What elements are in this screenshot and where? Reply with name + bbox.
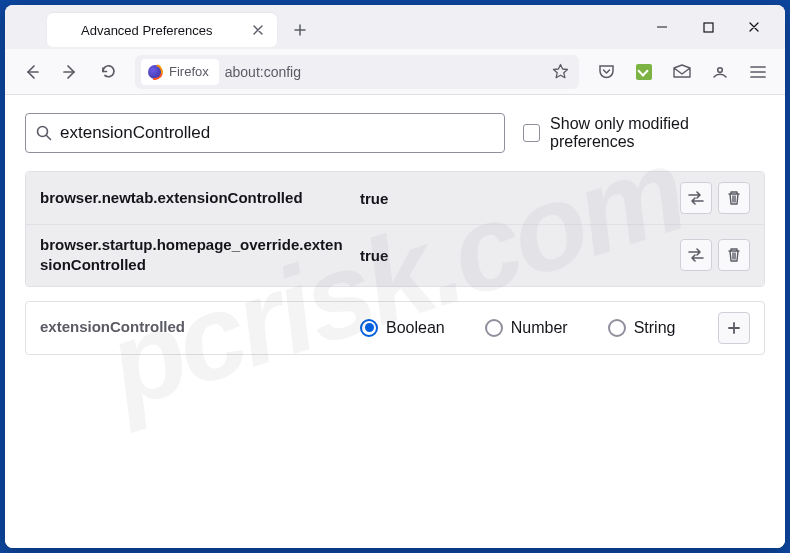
type-number-radio[interactable]: Number <box>485 319 568 337</box>
pref-name: browser.newtab.extensionControlled <box>40 188 350 208</box>
show-modified-checkbox[interactable]: Show only modified preferences <box>523 115 765 151</box>
back-button[interactable] <box>15 55 49 89</box>
toggle-button[interactable] <box>680 239 712 271</box>
inbox-icon[interactable] <box>665 55 699 89</box>
close-window-button[interactable] <box>731 5 777 49</box>
window-controls <box>639 5 777 49</box>
radio-label: Number <box>511 319 568 337</box>
tab-title: Advanced Preferences <box>81 23 241 38</box>
search-icon <box>36 125 52 141</box>
new-tab-button[interactable] <box>285 15 315 45</box>
type-boolean-radio[interactable]: Boolean <box>360 319 445 337</box>
type-radio-group: Boolean Number String <box>360 319 708 337</box>
url-text: about:config <box>225 64 541 80</box>
firefox-icon <box>147 64 163 80</box>
svg-rect-0 <box>704 23 713 32</box>
new-pref-row: extensionControlled Boolean Number Strin… <box>26 302 764 354</box>
pref-results: browser.newtab.extensionControlled true … <box>25 171 765 287</box>
checkbox-icon <box>523 124 540 142</box>
pocket-button[interactable] <box>589 55 623 89</box>
extension-icon[interactable] <box>627 55 661 89</box>
forward-button[interactable] <box>53 55 87 89</box>
pref-search-box[interactable] <box>25 113 505 153</box>
type-string-radio[interactable]: String <box>608 319 676 337</box>
add-button[interactable] <box>718 312 750 344</box>
radio-label: Boolean <box>386 319 445 337</box>
about-config-content: Show only modified preferences browser.n… <box>5 95 785 548</box>
titlebar: Advanced Preferences <box>5 5 785 49</box>
reload-button[interactable] <box>91 55 125 89</box>
pref-value: true <box>360 190 670 207</box>
app-menu-button[interactable] <box>741 55 775 89</box>
pref-row[interactable]: browser.startup.homepage_override.extens… <box>26 225 764 286</box>
radio-icon <box>608 319 626 337</box>
new-pref-name: extensionControlled <box>40 317 350 337</box>
identity-box[interactable]: Firefox <box>141 59 219 85</box>
delete-button[interactable] <box>718 182 750 214</box>
toggle-button[interactable] <box>680 182 712 214</box>
close-tab-button[interactable] <box>249 21 267 39</box>
checkbox-label: Show only modified preferences <box>550 115 765 151</box>
radio-icon <box>360 319 378 337</box>
pref-search-input[interactable] <box>60 123 494 143</box>
pref-value: true <box>360 247 670 264</box>
account-icon[interactable] <box>703 55 737 89</box>
minimize-button[interactable] <box>639 5 685 49</box>
url-bar[interactable]: Firefox about:config <box>135 55 579 89</box>
maximize-button[interactable] <box>685 5 731 49</box>
pref-row[interactable]: browser.newtab.extensionControlled true <box>26 172 764 225</box>
radio-icon <box>485 319 503 337</box>
radio-label: String <box>634 319 676 337</box>
tab-favicon <box>57 22 73 38</box>
svg-point-1 <box>718 67 723 72</box>
navigation-toolbar: Firefox about:config <box>5 49 785 95</box>
browser-tab[interactable]: Advanced Preferences <box>47 13 277 47</box>
pref-name: browser.startup.homepage_override.extens… <box>40 235 350 276</box>
delete-button[interactable] <box>718 239 750 271</box>
new-pref-row-container: extensionControlled Boolean Number Strin… <box>25 301 765 355</box>
bookmark-star-button[interactable] <box>547 59 573 85</box>
identity-label: Firefox <box>169 64 209 79</box>
